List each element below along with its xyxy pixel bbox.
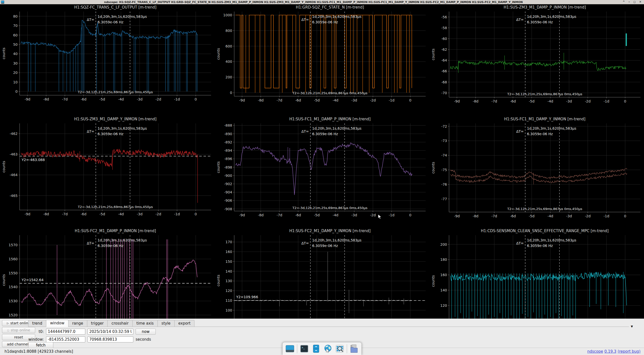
file-cabinet-icon[interactable] xyxy=(311,344,321,353)
server-status: h1daqnds1:8088 [429233 channels] xyxy=(5,349,73,354)
shade-button[interactable]: ^ xyxy=(623,0,625,4)
svg-text:-9d: -9d xyxy=(454,214,460,218)
window-end-input[interactable] xyxy=(88,336,133,342)
version-link[interactable]: 0.19.3 xyxy=(604,349,616,354)
window-start-input[interactable] xyxy=(46,336,85,342)
svg-text:-8d: -8d xyxy=(43,212,49,216)
svg-text:1560: 1560 xyxy=(9,257,18,261)
svg-text:0: 0 xyxy=(195,212,197,216)
tab-range[interactable]: range xyxy=(68,320,87,327)
tab-style[interactable]: style xyxy=(157,320,175,327)
svg-text:-1d: -1d xyxy=(603,214,609,218)
svg-text:1550: 1550 xyxy=(9,271,18,275)
svg-text:counts: counts xyxy=(2,161,6,173)
svg-text:-462: -462 xyxy=(10,132,18,136)
plot-canvas-grd-sqz-fc-state: -9d-8d-7d-6d-5d-4d-3d-2d-1d0020040060080… xyxy=(215,4,429,108)
plot-sqz-fc-trans[interactable]: -9d-8d-7d-6d-5d-4d-3d-2d-1d0010203040506… xyxy=(0,4,215,116)
web-browser-icon[interactable] xyxy=(323,344,333,353)
svg-text:counts: counts xyxy=(216,161,220,173)
tab-bar: trend window range trigger crosshair tim… xyxy=(28,320,629,327)
svg-text:H1:SUS-ZM3_M1_DAMP_P_INMON [m-: H1:SUS-ZM3_M1_DAMP_P_INMON [m-trend] xyxy=(504,5,586,10)
svg-text:-902: -902 xyxy=(224,182,232,186)
taskbar-dock: >_ xyxy=(283,342,362,355)
svg-text:-2d: -2d xyxy=(370,98,376,102)
svg-text:counts: counts xyxy=(431,162,435,174)
svg-text:-890: -890 xyxy=(224,132,232,136)
dock-separator xyxy=(297,344,297,353)
svg-text:T2=-3d,12h,21m,25s,69ms,867µs: T2=-3d,12h,21m,25s,69ms,867µs 0ms,450µs xyxy=(507,92,582,96)
svg-text:-5d: -5d xyxy=(314,213,320,217)
svg-text:100: 100 xyxy=(226,308,232,312)
plot-zm3-damp-y[interactable]: -9d-8d-7d-6d-5d-4d-3d-2d-1d0-462-463-464… xyxy=(0,116,215,228)
svg-text:-7d: -7d xyxy=(491,99,497,103)
svg-text:H1:SUS-FC2_M1_DAMP_Y_INMON [m-: H1:SUS-FC2_M1_DAMP_Y_INMON [m-trend] xyxy=(289,229,371,233)
svg-text:-77: -77 xyxy=(441,197,447,201)
svg-text:30: 30 xyxy=(13,61,18,65)
svg-text:200: 200 xyxy=(226,75,232,79)
svg-text:1d,20h,3m,1s,620ms,583µs: 1d,20h,3m,1s,620ms,583µs xyxy=(98,15,147,19)
scroll-down-arrow[interactable]: ▼ xyxy=(631,325,633,328)
ndscope-link[interactable]: ndscope xyxy=(587,349,603,354)
svg-text:counts: counts xyxy=(216,275,220,286)
svg-text:-6d: -6d xyxy=(81,97,87,101)
plot-grd-sqz-fc-state[interactable]: -9d-8d-7d-6d-5d-4d-3d-2d-1d0020040060080… xyxy=(215,4,429,116)
svg-text:150: 150 xyxy=(226,260,232,264)
svg-text:H1:SUS-FC1_M1_DAMP_Y_INMON [m-: H1:SUS-FC1_M1_DAMP_Y_INMON [m-trend] xyxy=(504,117,585,122)
minimize-button[interactable]: – xyxy=(628,0,630,4)
svg-text:1570: 1570 xyxy=(9,243,18,247)
now-button[interactable]: now xyxy=(136,329,156,335)
plot-fc1-damp-p[interactable]: -9d-8d-7d-6d-5d-4d-3d-2d-1d0-888-890-892… xyxy=(215,116,429,228)
tab-trigger[interactable]: trigger xyxy=(87,320,108,327)
svg-text:counts: counts xyxy=(431,48,435,60)
dock-separator xyxy=(347,344,347,353)
data-trace xyxy=(21,260,197,306)
svg-text:-6d: -6d xyxy=(295,98,301,102)
data-trace xyxy=(450,173,627,183)
svg-text:6.3059e-06 Hz: 6.3059e-06 Hz xyxy=(527,20,553,24)
svg-text:-3d: -3d xyxy=(351,213,357,217)
svg-text:-894: -894 xyxy=(224,148,232,153)
svg-text:-904: -904 xyxy=(224,190,232,194)
tab-window[interactable]: window xyxy=(46,320,68,327)
app-icon xyxy=(1,1,4,4)
desktop-icon[interactable] xyxy=(285,344,295,353)
screenshot-tool-icon[interactable] xyxy=(335,344,345,353)
tab-crosshair[interactable]: crosshair xyxy=(107,320,133,327)
plot-grid: -9d-8d-7d-6d-5d-4d-3d-2d-1d0010203040506… xyxy=(0,4,644,339)
svg-text:-5d: -5d xyxy=(99,212,105,216)
svg-text:Y2=1542.64: Y2=1542.64 xyxy=(21,278,44,282)
svg-text:1520: 1520 xyxy=(9,313,18,317)
svg-text:120: 120 xyxy=(440,303,447,308)
t0-row: t0: now xyxy=(28,329,629,335)
t0-gps-input[interactable] xyxy=(46,329,85,335)
svg-text:-1d: -1d xyxy=(389,213,395,217)
plot-fc1-damp-y[interactable]: -9d-8d-7d-6d-5d-4d-3d-2d-1d0-72-73-74-75… xyxy=(429,116,644,228)
svg-text:ΔT=: ΔT= xyxy=(516,241,524,245)
svg-text:ΔT=: ΔT= xyxy=(301,18,309,22)
svg-text:-9d: -9d xyxy=(25,212,30,216)
svg-text:6.3059e-06 Hz: 6.3059e-06 Hz xyxy=(98,132,124,136)
tab-time-axis[interactable]: time axis xyxy=(132,320,158,327)
svg-text:0: 0 xyxy=(409,98,412,102)
file-manager-icon[interactable] xyxy=(349,344,359,353)
svg-text:-70: -70 xyxy=(441,91,447,95)
svg-text:1530: 1530 xyxy=(9,299,18,303)
plot-zm3-damp-p[interactable]: -9d-8d-7d-6d-5d-4d-3d-2d-1d0-56-58-60-62… xyxy=(429,4,644,116)
close-button[interactable]: ✕ xyxy=(639,0,641,4)
svg-text:140: 140 xyxy=(226,269,232,273)
tab-trend[interactable]: trend xyxy=(28,320,46,327)
fetch-button[interactable]: fetch xyxy=(28,342,53,348)
svg-text:-7d: -7d xyxy=(62,97,68,101)
tab-export[interactable]: export xyxy=(174,320,195,327)
window-title: ndscope: H1:SQZ-FC_TRANS_C_LF_OUTPUT H1:… xyxy=(4,1,623,4)
svg-text:0: 0 xyxy=(230,91,232,95)
svg-text:1000: 1000 xyxy=(223,13,232,17)
maximize-button[interactable]: ◻ xyxy=(633,0,636,4)
terminal-icon[interactable]: >_ xyxy=(300,344,309,353)
svg-text:120: 120 xyxy=(226,289,232,293)
svg-text:0: 0 xyxy=(624,99,626,103)
svg-text:-7d: -7d xyxy=(277,98,283,102)
plot-canvas-zm3-damp-y: -9d-8d-7d-6d-5d-4d-3d-2d-1d0-462-463-464… xyxy=(0,116,215,222)
report-bug-link[interactable]: (report bug) xyxy=(618,349,640,354)
t0-date-input[interactable] xyxy=(88,329,133,335)
